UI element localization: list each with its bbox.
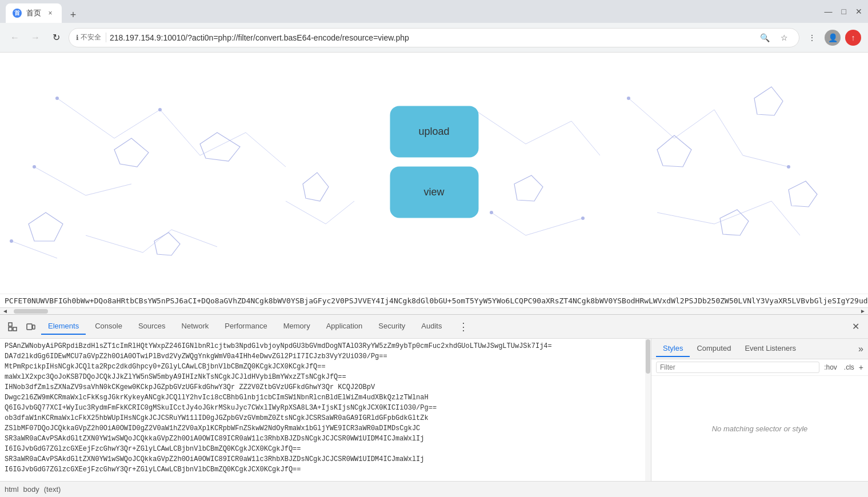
svg-point-40: [787, 165, 790, 169]
menu-icon[interactable]: ⋮: [804, 30, 820, 46]
code-line: maWxlX2xpc3QoJoKSB7DQoJCQkJJkZlYW5nSW5mb…: [5, 372, 641, 382]
devtools-scrollbar[interactable]: [645, 339, 651, 481]
page-buttons: upload view: [390, 106, 478, 218]
forward-button[interactable]: →: [27, 30, 43, 46]
back-button[interactable]: ←: [7, 30, 23, 46]
svg-line-19: [11, 241, 57, 258]
devtools-close-button[interactable]: ✕: [847, 319, 863, 335]
devtools-more-button[interactable]: ⋮: [455, 319, 471, 335]
address-bar[interactable]: ℹ 不安全 🔍 ☆: [69, 28, 799, 47]
svg-marker-27: [29, 213, 63, 241]
devtools-inspect-button[interactable]: [5, 319, 21, 335]
code-line: SR3aWR0aCAvPSAkdGltZXN0YW1wSWQoJCQkkaGVp…: [5, 454, 641, 464]
new-tab-button[interactable]: +: [65, 7, 81, 23]
code-line: I6IGJvbGdG7ZGlzcGXEejFzcGhwY3Qr+ZGlyLCAw…: [5, 464, 641, 475]
code-line: Q6IGJvbGQ77XCI+WyIuc3RydmFmFkKCRIC0gMSku…: [5, 403, 641, 413]
devtools-tab-sources[interactable]: Sources: [131, 318, 173, 335]
devtools-tab-performance[interactable]: Performance: [218, 318, 274, 335]
svg-line-20: [657, 213, 714, 224]
svg-line-11: [674, 110, 714, 138]
url-input[interactable]: [110, 33, 753, 42]
devtools-tab-console[interactable]: Console: [88, 318, 129, 335]
breadcrumb-html[interactable]: html: [5, 485, 19, 494]
bookmark-icon[interactable]: ☆: [776, 30, 792, 46]
svg-marker-26: [114, 138, 149, 167]
code-line: Dwgc2l6ZW9mKCRmaWxlcFkKsgJGkrKykeyANCgkJ…: [5, 392, 641, 403]
refresh-button[interactable]: ↻: [48, 30, 64, 46]
styles-plus-button[interactable]: +: [859, 363, 863, 372]
styles-cls-button[interactable]: .cls: [842, 362, 857, 372]
active-tab[interactable]: 首 首页 ×: [6, 3, 62, 23]
minimize-button[interactable]: —: [825, 7, 833, 16]
devtools-tab-security[interactable]: Security: [371, 318, 412, 335]
devtools-tab-network[interactable]: Network: [175, 318, 216, 335]
svg-line-2: [160, 110, 200, 155]
upload-button[interactable]: upload: [390, 106, 478, 157]
page-scrollbar[interactable]: ◄ ►: [0, 307, 868, 314]
styles-tab-computed[interactable]: Computed: [690, 340, 738, 357]
scroll-right-arrow[interactable]: ►: [859, 308, 867, 314]
svg-point-39: [627, 97, 630, 100]
devtools-scroll-thumb[interactable]: [646, 339, 650, 374]
svg-line-16: [86, 235, 143, 252]
update-icon: ↑: [851, 33, 855, 42]
devtools-panel: Elements Console Sources Network Perform…: [0, 314, 868, 497]
profile-button[interactable]: 👤: [825, 30, 841, 46]
device-icon: [26, 322, 35, 331]
tab-close-button[interactable]: ×: [46, 9, 55, 18]
styles-tab-styles[interactable]: Styles: [656, 340, 690, 357]
insecure-badge: ℹ 不安全: [76, 33, 106, 42]
svg-marker-32: [514, 175, 543, 201]
styles-tab-event-listeners[interactable]: Event Listeners: [738, 340, 803, 357]
svg-line-0: [57, 98, 114, 138]
insecure-icon: ℹ: [76, 34, 79, 42]
code-line: MtPmRpcikpIHsNCgkJCQlta2Rpc2dkdGhpcy0+ZG…: [5, 362, 641, 372]
profile-icon: 👤: [828, 33, 838, 42]
styles-tabs: Styles Computed Event Listeners »: [651, 339, 868, 359]
svg-line-24: [326, 201, 354, 224]
styles-panel: Styles Computed Event Listeners » :hov .…: [651, 339, 868, 481]
search-icon[interactable]: 🔍: [757, 30, 773, 46]
svg-point-36: [158, 108, 162, 111]
svg-marker-34: [789, 181, 817, 207]
svg-marker-28: [303, 173, 329, 201]
svg-line-18: [171, 230, 217, 247]
devtools-header: Elements Console Sources Network Perform…: [0, 315, 868, 339]
devtools-device-button[interactable]: [23, 319, 39, 335]
navigation-bar: ← → ↻ ℹ 不安全 🔍 ☆ ⋮ 👤 ↑: [0, 23, 868, 53]
code-line: PSAnZWNobyAiPGRpdiBzdHlsZT1cImRlHQtYWxpZ…: [5, 341, 641, 351]
styles-filter-bar: :hov .cls +: [651, 359, 868, 376]
styles-filter-input[interactable]: [656, 362, 819, 373]
svg-marker-33: [154, 233, 180, 255]
styles-more-button[interactable]: »: [858, 344, 863, 354]
base64-text: PCFET0NUWVBFIGh0bWw+DQo8aHRtbCBsYW5nPSJ6…: [5, 296, 868, 305]
breadcrumb-bar: html body (text): [0, 481, 868, 497]
maximize-button[interactable]: □: [842, 7, 846, 16]
svg-point-42: [490, 211, 493, 214]
svg-line-14: [491, 213, 526, 235]
page-area: upload view: [0, 53, 868, 294]
styles-hov-button[interactable]: :hov: [822, 362, 839, 372]
devtools-tab-audits[interactable]: Audits: [414, 318, 449, 335]
breadcrumb-body[interactable]: body: [23, 485, 39, 494]
scroll-thumb[interactable]: [14, 309, 48, 314]
svg-line-9: [571, 121, 600, 155]
insecure-label: 不安全: [81, 33, 101, 42]
breadcrumb-text[interactable]: (text): [44, 485, 61, 494]
update-button[interactable]: ↑: [845, 30, 861, 46]
tab-favicon: 首: [13, 9, 22, 18]
view-button[interactable]: view: [390, 166, 478, 218]
code-panel[interactable]: PSAnZWNobyAiPGRpdiBzdHlsZT1cImRlHQtYWxpZ…: [0, 339, 645, 481]
svg-line-21: [714, 201, 771, 224]
devtools-tab-application[interactable]: Application: [319, 318, 370, 335]
base64-text-bar: PCFET0NUWVBFIGh0bWw+DQo8aHRtbCBsYW5nPSJ6…: [0, 294, 868, 307]
devtools-tab-elements[interactable]: Elements: [41, 318, 86, 335]
svg-line-15: [526, 218, 583, 235]
tab-strip: 首 首页 × +: [6, 0, 81, 23]
svg-line-13: [743, 155, 789, 167]
svg-marker-25: [200, 133, 240, 161]
close-button[interactable]: ✕: [855, 7, 862, 16]
scroll-left-arrow[interactable]: ◄: [1, 308, 9, 314]
svg-marker-30: [754, 87, 783, 115]
devtools-tab-memory[interactable]: Memory: [277, 318, 317, 335]
